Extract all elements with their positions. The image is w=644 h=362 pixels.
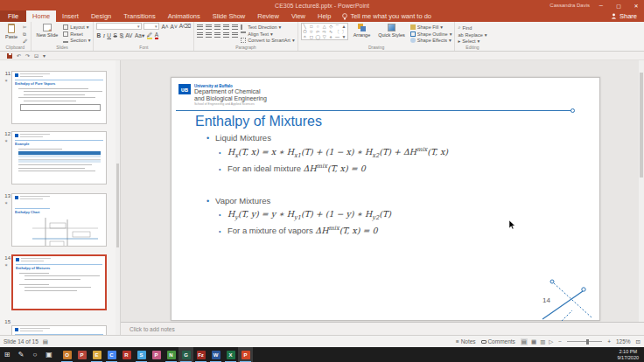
line-spacing-button[interactable] <box>232 24 238 30</box>
powerpoint-icon[interactable]: P <box>238 347 253 362</box>
align-left-button[interactable] <box>197 32 203 38</box>
clear-formatting-button[interactable]: A⌫ <box>179 23 192 30</box>
columns-button[interactable] <box>232 32 238 38</box>
zoom-slider-knob[interactable] <box>586 339 589 345</box>
cut-button[interactable]: ✂ <box>23 24 28 30</box>
chrome-icon[interactable]: C <box>104 347 119 362</box>
share-button[interactable]: Share <box>604 10 644 22</box>
notes-toggle[interactable]: ≡ Notes <box>456 338 476 345</box>
editor-scrollbar[interactable] <box>639 60 644 322</box>
taskbar-clock[interactable]: 2:10 PM 9/17/2020 <box>618 349 644 360</box>
skype-icon[interactable]: S <box>134 347 149 362</box>
zoom-slider[interactable] <box>567 341 602 342</box>
cortana-icon[interactable]: ○ <box>28 347 42 362</box>
normal-view-button[interactable]: ▤ <box>521 338 528 345</box>
slide-thumbnail-12[interactable]: Example <box>11 131 107 184</box>
bold-button[interactable]: B <box>96 32 101 38</box>
align-text-button[interactable]: Align Text ▾ <box>241 31 294 37</box>
text-direction-button[interactable]: Text Direction ▾ <box>241 24 294 30</box>
decrease-indent-button[interactable] <box>214 24 220 30</box>
shape-fill-button[interactable]: Shape Fill ▾ <box>410 24 452 30</box>
grow-font-button[interactable]: A˄ <box>161 24 168 30</box>
slide-title[interactable]: Enthalpy of Mixtures <box>195 114 322 129</box>
shape-outline-button[interactable]: Shape Outline ▾ <box>410 31 452 37</box>
slide-thumbnail-11[interactable]: Enthalpy of Pure Vapors <box>11 71 107 124</box>
character-spacing-button[interactable]: AV <box>125 32 132 38</box>
font-size-combobox[interactable]: ▾ <box>144 23 159 30</box>
slide-14[interactable]: ᴜʙ University at Buffalo Department of C… <box>171 77 600 321</box>
word-icon[interactable]: W <box>208 347 223 362</box>
redo-icon[interactable]: ↷ <box>25 52 30 59</box>
justify-button[interactable] <box>223 32 229 38</box>
strikethrough-button[interactable]: S <box>114 32 117 38</box>
find-button[interactable]: ⌕Find <box>458 24 486 31</box>
account-name[interactable]: Cassandra Davis <box>550 3 590 8</box>
shape-effects-button[interactable]: Shape Effects ▾ <box>410 38 452 43</box>
zoom-percentage[interactable]: 125% <box>616 338 631 345</box>
filezilla-icon[interactable]: Fz <box>193 347 208 362</box>
numbering-button[interactable] <box>206 24 212 30</box>
tab-slide-show[interactable]: Slide Show <box>206 10 252 22</box>
tab-transitions[interactable]: Transitions <box>117 10 161 22</box>
thumbnail-scrollbar[interactable] <box>116 60 120 335</box>
quick-styles-button[interactable]: Quick Styles <box>375 23 408 38</box>
zoom-in-button[interactable]: + <box>607 338 611 345</box>
minimize-button[interactable]: ─ <box>595 1 607 10</box>
zoom-out-button[interactable]: − <box>558 338 562 345</box>
comments-toggle[interactable]: Comments <box>481 338 515 345</box>
change-case-button[interactable]: Aa▾ <box>135 32 144 39</box>
screenrec-icon[interactable]: G <box>178 347 193 362</box>
acrobat-icon[interactable]: P <box>74 347 89 362</box>
windows-ink-icon[interactable]: ✎ <box>14 347 28 362</box>
app-green-icon[interactable]: N <box>164 347 178 362</box>
font-color-button[interactable]: A <box>155 31 158 39</box>
slideshow-view-button[interactable]: ▷ <box>549 338 553 345</box>
restore-button[interactable]: ▢ <box>612 1 625 10</box>
slide-thumbnail-15[interactable]: Enthalpy of Mixtures: example <box>11 325 107 335</box>
close-button[interactable]: ✕ <box>630 1 642 10</box>
shapes-gallery[interactable]: ╲□○△◇⌒▲ ⬠☆⇦⇨∿〔〕 ✧◻◯▽⋄—▼ <box>301 23 348 40</box>
tab-view[interactable]: View <box>285 10 312 22</box>
slide-body-textbox[interactable]: • Liquid Mixtures • Hx(T, x) = x ∗ Hx1(T… <box>206 133 583 239</box>
italic-button[interactable]: I <box>103 32 105 38</box>
font-name-combobox[interactable]: ▾ <box>96 23 142 30</box>
layout-button[interactable]: Layout ▾ <box>63 24 90 30</box>
app-red-icon[interactable]: R <box>119 347 134 362</box>
tell-me-box[interactable]: Tell me what you want to do <box>337 10 437 22</box>
convert-to-smartart-button[interactable]: Convert to SmartArt ▾ <box>241 38 294 43</box>
bullets-button[interactable] <box>197 24 203 30</box>
photos-icon[interactable]: P <box>149 347 164 362</box>
paste-button[interactable]: Paste <box>3 23 20 40</box>
notes-pane[interactable]: Click to add notes <box>121 322 644 335</box>
highlight-color-button[interactable]: 🖉 <box>147 31 153 39</box>
replace-button[interactable]: abReplace ▾ <box>458 32 486 38</box>
tab-file[interactable]: File <box>0 10 26 22</box>
increase-indent-button[interactable] <box>223 24 229 30</box>
tab-insert[interactable]: Insert <box>56 10 85 22</box>
align-right-button[interactable] <box>214 32 220 38</box>
file-explorer-icon[interactable]: E <box>89 347 104 362</box>
copy-button[interactable]: ⧉ <box>23 31 28 38</box>
new-slide-button[interactable]: New Slide <box>34 23 61 38</box>
slide-sorter-view-button[interactable]: ▦ <box>531 338 536 345</box>
slide-thumbnail-13[interactable]: Enthalpy Chart <box>11 193 107 247</box>
tab-home[interactable]: Home <box>26 10 56 22</box>
customize-qat-icon[interactable]: ▾ <box>43 52 46 59</box>
tab-help[interactable]: Help <box>312 10 337 22</box>
excel-icon[interactable]: X <box>223 347 238 362</box>
text-shadow-button[interactable]: S <box>119 32 122 38</box>
fit-slide-button[interactable]: ⊡ <box>636 338 640 345</box>
tab-design[interactable]: Design <box>85 10 117 22</box>
outlook-icon[interactable]: O <box>60 347 74 362</box>
start-button[interactable]: ⊞ <box>0 347 14 362</box>
underline-button[interactable]: U <box>107 32 111 38</box>
slide-thumbnail-14-selected[interactable]: Enthalpy of Mixtures <box>11 254 107 310</box>
arrange-button[interactable]: Arrange <box>351 23 374 38</box>
notes-page-icon[interactable]: ▤ <box>43 338 48 345</box>
start-slideshow-icon[interactable]: ⊡ <box>34 52 38 59</box>
slide-org-header[interactable]: ᴜʙ University at Buffalo Department of C… <box>178 84 267 106</box>
align-center-button[interactable] <box>206 32 212 38</box>
tab-animations[interactable]: Animations <box>162 10 206 22</box>
reading-view-button[interactable]: ▥ <box>540 338 545 345</box>
save-icon[interactable] <box>7 53 12 59</box>
